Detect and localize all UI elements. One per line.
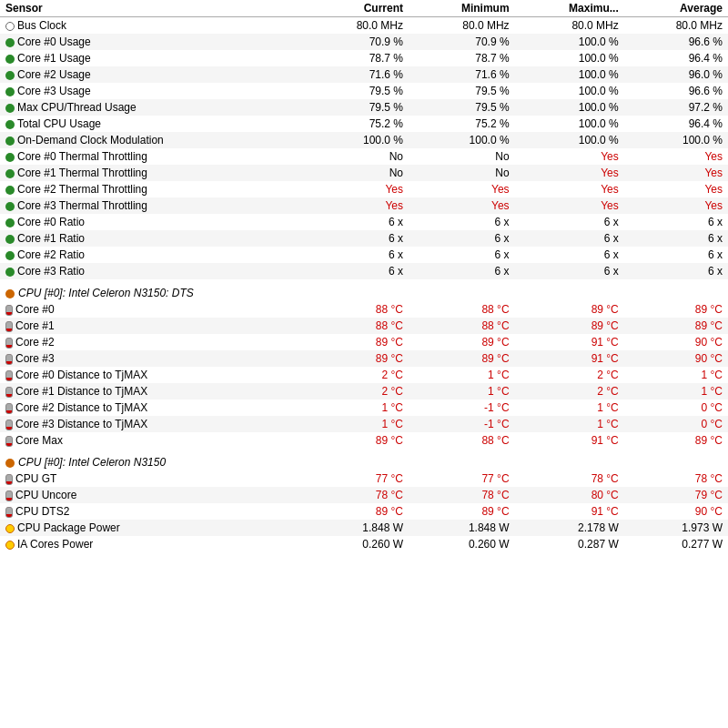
current-value: 75.2 % [305, 116, 409, 132]
percent-icon [5, 71, 15, 80]
current-value: 89 °C [305, 432, 409, 449]
sensor-label: IA Cores Power [17, 538, 93, 551]
sensor-label: Core #2 Distance to TjMAX [15, 401, 147, 414]
table-row: Core #0 Distance to TjMAX2 °C1 °C2 °C1 °… [0, 367, 728, 383]
sensor-label: CPU GT [15, 472, 56, 485]
sensor-name: Core #1 Thermal Throttling [0, 165, 305, 181]
minimum-value: 89 °C [409, 334, 515, 350]
sensor-label: Total CPU Usage [17, 117, 101, 130]
sensor-label: Core #2 [15, 336, 55, 349]
maximum-value: 91 °C [515, 432, 624, 449]
sensor-name: Core #2 Usage [0, 66, 305, 83]
current-value: 71.6 % [305, 66, 409, 83]
table-row: Core #3 Ratio6 x6 x6 x6 x [0, 263, 728, 279]
average-value: 1 °C [624, 367, 728, 383]
minimum-value: 0.260 W [409, 536, 515, 552]
table-row: Core #1 Thermal ThrottlingNoNoYesYes [0, 165, 728, 181]
sensor-name: Core #0 Usage [0, 34, 305, 50]
minimum-value: 78 °C [409, 487, 515, 503]
table-row: Core #0 Thermal ThrottlingNoNoYesYes [0, 148, 728, 165]
col-sensor: Sensor [0, 0, 305, 17]
current-value: 89 °C [305, 334, 409, 350]
section-icon [5, 459, 15, 468]
table-row: Core #188 °C88 °C89 °C89 °C [0, 318, 728, 334]
throttle-icon [5, 186, 15, 195]
percent-icon [5, 55, 15, 64]
maximum-value: 100.0 % [515, 83, 624, 99]
sensor-label: Core #3 Ratio [17, 265, 85, 278]
table-row: CPU GT77 °C77 °C78 °C78 °C [0, 470, 728, 487]
sensor-label: Core #1 Usage [17, 52, 91, 65]
maximum-value: 6 x [515, 230, 624, 247]
sensor-name: CPU GT [0, 470, 305, 487]
table-row: Core #289 °C89 °C91 °C90 °C [0, 334, 728, 350]
maximum-value: 1 °C [515, 399, 624, 416]
average-value: Yes [624, 165, 728, 181]
average-value: 1.973 W [624, 520, 728, 536]
percent-icon [5, 38, 15, 47]
ratio-icon [5, 218, 15, 228]
throttle-icon [5, 202, 15, 211]
maximum-value: 100.0 % [515, 99, 624, 116]
maximum-value: 80.0 MHz [515, 17, 624, 35]
percent-icon [5, 87, 15, 96]
sensor-name: Core #1 Ratio [0, 230, 305, 247]
sensor-label: Core #1 Thermal Throttling [17, 167, 147, 179]
percent-icon [5, 104, 15, 113]
sensor-label: Core #1 Ratio [17, 232, 85, 245]
power-icon [5, 524, 15, 533]
minimum-value: No [409, 148, 515, 165]
table-row: Core #3 Thermal ThrottlingYesYesYesYes [0, 197, 728, 214]
table-row: Core #3 Usage79.5 %79.5 %100.0 %96.6 % [0, 83, 728, 99]
sensor-label: Core #0 Ratio [17, 216, 85, 228]
table-row: Core #1 Ratio6 x6 x6 x6 x [0, 230, 728, 247]
col-average: Average [624, 0, 728, 17]
current-value: 88 °C [305, 301, 409, 318]
sensor-label: Core #2 Usage [17, 68, 91, 81]
average-value: Yes [624, 197, 728, 214]
table-row: Core #389 °C89 °C91 °C90 °C [0, 350, 728, 367]
sensor-name: Core #3 Usage [0, 83, 305, 99]
temp-icon [5, 338, 13, 349]
maximum-value: 6 x [515, 263, 624, 279]
minimum-value: 88 °C [409, 318, 515, 334]
maximum-value: 6 x [515, 214, 624, 230]
sensor-table-container: Sensor Current Minimum Maximu... Average… [0, 0, 728, 552]
maximum-value: 2.178 W [515, 520, 624, 536]
table-row: Total CPU Usage75.2 %75.2 %100.0 %96.4 % [0, 116, 728, 132]
current-value: 0.260 W [305, 536, 409, 552]
average-value: 96.0 % [624, 66, 728, 83]
table-row: Core #0 Usage70.9 %70.9 %100.0 %96.6 % [0, 34, 728, 50]
temp-icon [5, 490, 13, 501]
sensor-name: Core #0 Thermal Throttling [0, 148, 305, 165]
temp-icon [5, 370, 13, 381]
current-value: 78.7 % [305, 50, 409, 66]
current-value: 6 x [305, 214, 409, 230]
sensor-label: Core #1 [15, 319, 55, 332]
temp-icon [5, 387, 13, 398]
average-value: 6 x [624, 214, 728, 230]
current-value: 6 x [305, 247, 409, 263]
minimum-value: 89 °C [409, 350, 515, 367]
minimum-value: 88 °C [409, 301, 515, 318]
average-value: 96.6 % [624, 83, 728, 99]
table-row: Max CPU/Thread Usage79.5 %79.5 %100.0 %9… [0, 99, 728, 116]
average-value: 80.0 MHz [624, 17, 728, 35]
average-value: Yes [624, 181, 728, 197]
sensor-label: CPU Uncore [15, 489, 76, 501]
sensor-label: Core #0 Thermal Throttling [17, 150, 147, 163]
average-value: 90 °C [624, 334, 728, 350]
maximum-value: 91 °C [515, 334, 624, 350]
maximum-value: 89 °C [515, 318, 624, 334]
minimum-value: 79.5 % [409, 99, 515, 116]
minimum-value: 1.848 W [409, 520, 515, 536]
average-value: 0 °C [624, 399, 728, 416]
minimum-value: 100.0 % [409, 132, 515, 148]
percent-icon [5, 136, 15, 146]
sensor-label: On-Demand Clock Modulation [17, 134, 164, 147]
col-current: Current [305, 0, 409, 17]
clock-icon [5, 22, 15, 31]
maximum-value: 6 x [515, 247, 624, 263]
table-row: IA Cores Power0.260 W0.260 W0.287 W0.277… [0, 536, 728, 552]
minimum-value: 75.2 % [409, 116, 515, 132]
